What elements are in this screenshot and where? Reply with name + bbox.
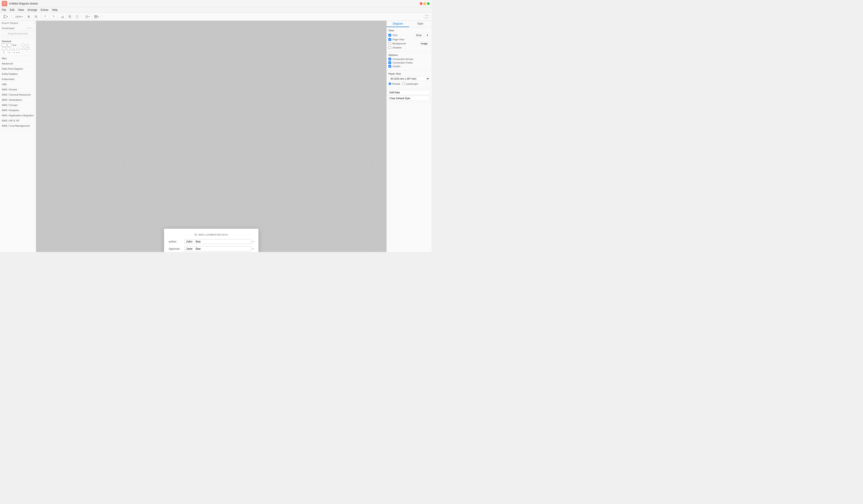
main-layout: Scratchpad + ✎ ⋯ Drag elements here Gene…	[0, 21, 432, 252]
shape-person[interactable]	[2, 51, 6, 54]
clear-default-style-btn[interactable]: Clear Default Style	[388, 96, 430, 101]
shadow-checkbox[interactable]	[388, 46, 391, 49]
search-shapes-input[interactable]	[1, 22, 33, 24]
left-sidebar: Scratchpad + ✎ ⋯ Drag elements here Gene…	[0, 21, 36, 252]
diagram-panel-btn[interactable]: ▾	[2, 14, 10, 19]
category-general: General Text	[0, 39, 36, 56]
sidebar-item-advanced[interactable]: Advanced	[0, 61, 36, 66]
pageview-label: Page View	[392, 38, 430, 41]
shape-ellipse[interactable]	[22, 43, 25, 47]
tab-style[interactable]: Style	[409, 21, 432, 27]
shape-rect[interactable]	[2, 43, 7, 47]
redo-btn[interactable]	[50, 15, 56, 19]
shape-cloud[interactable]	[21, 47, 25, 50]
shape-btn[interactable]	[74, 15, 80, 19]
modal-approver-row: Approver: ×	[168, 247, 254, 251]
connection-points-checkbox[interactable]	[388, 61, 391, 64]
table-btn[interactable]: ▾	[93, 15, 101, 19]
tab-diagram[interactable]: Diagram	[387, 21, 409, 27]
fullscreen-btn[interactable]	[424, 15, 430, 19]
zoom-in-btn[interactable]	[26, 15, 32, 19]
sidebar-item-aws-illustrations[interactable]: AWS / Illustrations	[0, 97, 36, 103]
menu-edit[interactable]: Edit	[10, 8, 14, 12]
cut-btn[interactable]	[60, 15, 66, 19]
shape-parallelogram[interactable]	[2, 47, 6, 50]
right-paper-size-section: Paper Size A4 (210 mm x 297 mm) A3 Lette…	[387, 71, 432, 88]
shape-bidirectional[interactable]	[16, 51, 20, 54]
shape-circle[interactable]	[7, 47, 11, 50]
app-icon: D	[2, 1, 7, 6]
sidebar-item-aws-groups[interactable]: AWS / Groups	[0, 103, 36, 108]
right-sidebar: Diagram Style View Grid ▾ Page View Back…	[386, 21, 432, 252]
shape-line[interactable]	[17, 43, 21, 47]
sidebar-item-aws-arrows[interactable]: AWS / Arrows	[0, 87, 36, 92]
grid-unit-btn[interactable]: ▾	[425, 33, 430, 37]
landscape-radio[interactable]	[402, 82, 405, 85]
svg-point-27	[33, 23, 34, 23]
scratchpad-edit-icon[interactable]: ✎	[29, 27, 31, 29]
canvas-area[interactable]: ID: d6zE-LUVkMmCVA7u37xc author: × Appro…	[36, 21, 386, 252]
modal-approver-label: Approver:	[168, 247, 184, 250]
menu-view[interactable]: View	[18, 8, 24, 12]
sidebar-item-data-flow[interactable]: Data Flow Diagram	[0, 66, 36, 72]
sidebar-item-aws-cost[interactable]: AWS / Cost Management	[0, 123, 36, 128]
shape-diamond[interactable]	[25, 43, 29, 47]
shape-callout[interactable]	[25, 47, 29, 50]
add-btn[interactable]: ▾	[84, 15, 91, 19]
portrait-label[interactable]: Portrait	[388, 82, 400, 85]
close-btn[interactable]	[420, 2, 423, 5]
sidebar-item-aws-analytics[interactable]: AWS / Analytics	[0, 108, 36, 113]
guides-checkbox[interactable]	[388, 65, 391, 67]
sidebar-item-entity-relation[interactable]: Entity Relation	[0, 72, 36, 77]
sidebar-item-uml[interactable]: UML	[0, 82, 36, 87]
shape-text[interactable]: Text	[12, 43, 16, 47]
undo-btn[interactable]	[43, 15, 49, 19]
sidebar-item-misc[interactable]: Misc	[0, 56, 36, 61]
svg-rect-18	[70, 17, 71, 18]
category-general-title: General	[2, 40, 34, 42]
right-background-row: Background Image	[388, 42, 430, 45]
svg-line-14	[63, 16, 63, 17]
svg-marker-30	[26, 44, 29, 47]
zoom-out-btn[interactable]	[33, 15, 39, 19]
landscape-label[interactable]: Landscape	[402, 82, 418, 85]
paper-size-select[interactable]: A4 (210 mm x 297 mm) A3 Letter Legal Tab…	[388, 76, 430, 81]
modal-author-clear-btn[interactable]: ×	[252, 240, 254, 243]
grid-value-input[interactable]	[415, 33, 424, 37]
shape-rounded-rect[interactable]	[8, 43, 12, 47]
background-checkbox[interactable]	[388, 42, 391, 45]
minimize-btn[interactable]	[423, 2, 426, 5]
guides-row: Guides	[388, 65, 430, 67]
connection-points-row: Connection Points	[388, 61, 430, 64]
window-controls	[420, 2, 430, 5]
menu-arrange[interactable]: Arrange	[27, 8, 37, 12]
pageview-checkbox[interactable]	[388, 38, 391, 41]
modal-approver-input[interactable]	[184, 247, 251, 251]
sep5	[102, 14, 103, 19]
modal-approver-clear-btn[interactable]: ×	[252, 247, 254, 251]
sidebar-item-aws-general[interactable]: AWS / General Resources	[0, 92, 36, 97]
edit-data-btn[interactable]: Edit Data	[388, 90, 430, 95]
maximize-btn[interactable]	[427, 2, 430, 5]
format-btn[interactable]	[67, 15, 73, 19]
modal-author-input[interactable]	[184, 239, 251, 244]
menu-help[interactable]: Help	[52, 8, 58, 12]
scratchpad-more-icon[interactable]: ⋯	[32, 27, 34, 29]
zoom-display[interactable]: 100% ▾	[13, 15, 25, 19]
menu-file[interactable]: File	[2, 8, 6, 12]
shape-curved-arrow[interactable]	[11, 51, 15, 54]
menu-extras[interactable]: Extras	[41, 8, 49, 12]
shape-arrow[interactable]	[7, 51, 11, 54]
shape-pentagon[interactable]	[16, 47, 20, 50]
shape-triangle[interactable]	[11, 47, 15, 50]
right-tabs: Diagram Style	[387, 21, 432, 27]
sidebar-item-kubernetes[interactable]: Kubernetes	[0, 77, 36, 82]
svg-marker-37	[14, 52, 15, 53]
connection-arrows-checkbox[interactable]	[388, 58, 391, 60]
sidebar-item-aws-ar-vr[interactable]: AWS / AR & VR	[0, 118, 36, 123]
portrait-radio[interactable]	[388, 82, 391, 85]
background-image-btn[interactable]: Image	[418, 42, 430, 45]
sidebar-item-aws-app-integration[interactable]: AWS / Application Integration	[0, 113, 36, 118]
grid-checkbox[interactable]	[388, 34, 391, 37]
scratchpad-add-icon[interactable]: +	[27, 27, 28, 29]
